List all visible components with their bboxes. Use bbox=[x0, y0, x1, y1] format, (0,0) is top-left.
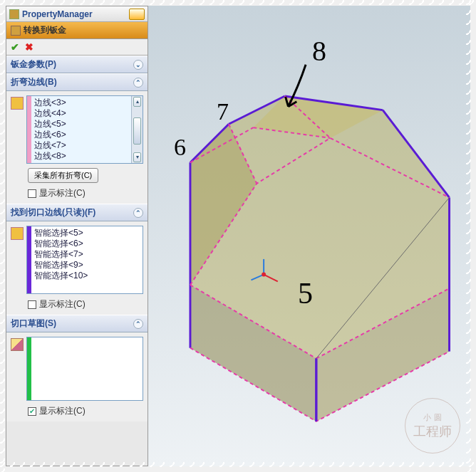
section-title: 钣金参数(P) bbox=[11, 58, 56, 70]
checkbox-label: 显示标注(C) bbox=[39, 187, 86, 199]
cancel-button[interactable]: ✖ bbox=[25, 41, 33, 53]
list-item[interactable]: 边线<4> bbox=[34, 108, 66, 119]
bend-body: 边线<3> 边线<4> 边线<5> 边线<6> 边线<7> 边线<8> ▴ ▾ … bbox=[6, 91, 148, 204]
rip-body: 智能选择<5> 智能选择<6> 智能选择<7> 智能选择<9> 智能选择<10>… bbox=[6, 221, 148, 315]
command-title: 转换到钣金 bbox=[24, 24, 66, 36]
scroll-down-button[interactable]: ▾ bbox=[133, 152, 141, 162]
section-sheetmetal-params[interactable]: 钣金参数(P) ⌄ bbox=[6, 56, 148, 73]
graphics-viewport[interactable]: 5 6 7 8 小 圆 工程师 bbox=[148, 6, 470, 466]
section-title: 切口草图(S) bbox=[11, 318, 56, 330]
chevron-down-icon: ⌄ bbox=[133, 60, 143, 70]
chevron-up-icon: ⌃ bbox=[133, 208, 143, 218]
pm-title: PropertyManager bbox=[22, 9, 129, 19]
rip-selection-icon bbox=[11, 227, 24, 240]
list-item: 智能选择<10> bbox=[34, 271, 88, 281]
checkbox-label: 显示标注(C) bbox=[39, 298, 86, 310]
scroll-thumb[interactable] bbox=[133, 117, 141, 145]
list-item[interactable]: 边线<8> bbox=[34, 151, 66, 162]
list-item: 智能选择<5> bbox=[34, 228, 88, 238]
section-title: 折弯边线(B) bbox=[11, 76, 57, 88]
sketch-list[interactable] bbox=[26, 337, 143, 401]
show-callout-checkbox[interactable] bbox=[28, 189, 36, 198]
list-item: 智能选择<7> bbox=[34, 249, 88, 260]
scrollbar[interactable]: ▴ ▾ bbox=[131, 96, 143, 163]
list-item: 智能选择<9> bbox=[34, 260, 88, 271]
sketch-body: ✔ 显示标注(C) bbox=[6, 332, 148, 421]
list-item: 智能选择<6> bbox=[34, 238, 88, 249]
sketch-selection-icon[interactable] bbox=[11, 338, 24, 351]
list-item[interactable]: 边线<3> bbox=[34, 98, 66, 108]
pm-titlebar: PropertyManager bbox=[6, 6, 148, 22]
collect-all-bends-button[interactable]: 采集所有折弯(C) bbox=[28, 168, 98, 183]
property-manager-panel: PropertyManager 转换到钣金 ✔ ✖ 钣金参数(P) ⌄ 折弯边线… bbox=[6, 6, 148, 466]
ok-button[interactable]: ✔ bbox=[11, 41, 19, 53]
edge-selection-icon[interactable] bbox=[11, 97, 24, 110]
section-bend-edges[interactable]: 折弯边线(B) ⌃ bbox=[6, 73, 148, 91]
section-rip-sketch[interactable]: 切口草图(S) ⌃ bbox=[6, 315, 148, 332]
pm-title-icon bbox=[9, 9, 19, 19]
convert-sheetmetal-icon bbox=[11, 26, 21, 36]
chevron-up-icon: ⌃ bbox=[133, 78, 143, 88]
command-header: 转换到钣金 bbox=[6, 22, 148, 39]
checkbox-label: 显示标注(C) bbox=[39, 405, 86, 417]
show-callout-checkbox[interactable]: ✔ bbox=[28, 407, 36, 416]
bend-edge-list[interactable]: 边线<3> 边线<4> 边线<5> 边线<6> 边线<7> 边线<8> ▴ ▾ bbox=[26, 95, 143, 164]
show-callout-checkbox[interactable] bbox=[28, 300, 36, 309]
svg-point-10 bbox=[262, 273, 266, 277]
rip-edge-list: 智能选择<5> 智能选择<6> 智能选择<7> 智能选择<9> 智能选择<10> bbox=[26, 226, 143, 294]
list-item[interactable]: 边线<7> bbox=[34, 140, 66, 151]
list-item[interactable]: 边线<6> bbox=[34, 130, 66, 140]
pin-icon[interactable] bbox=[129, 9, 145, 20]
scroll-up-button[interactable]: ▴ bbox=[133, 97, 141, 107]
chevron-up-icon: ⌃ bbox=[133, 319, 143, 329]
section-rip-edges[interactable]: 找到切口边线(只读)(F) ⌃ bbox=[6, 204, 148, 221]
section-title: 找到切口边线(只读)(F) bbox=[11, 206, 95, 219]
ok-cancel-bar: ✔ ✖ bbox=[6, 39, 148, 56]
model-view bbox=[148, 6, 470, 466]
list-item[interactable]: 边线<5> bbox=[34, 119, 66, 130]
